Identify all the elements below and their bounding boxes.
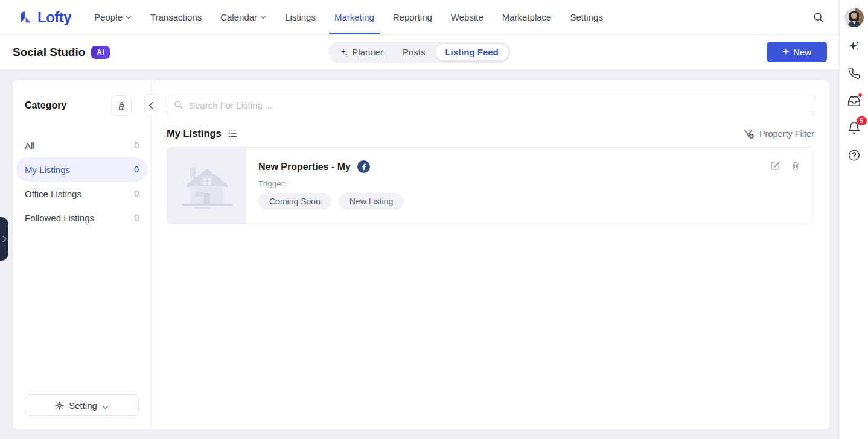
chevron-left-icon xyxy=(148,102,153,109)
lofty-logo-text: Lofty xyxy=(37,9,71,26)
notifications-bell-icon[interactable]: 5 xyxy=(847,121,861,134)
tag-new-listing: New Listing xyxy=(339,193,404,210)
list-view-icon[interactable] xyxy=(228,129,237,139)
category-count: 0 xyxy=(134,189,139,198)
broom-icon xyxy=(116,101,127,111)
lofty-logo-icon xyxy=(18,10,33,25)
inbox-icon[interactable] xyxy=(847,95,861,108)
ai-assistant-sparkles-icon[interactable] xyxy=(847,40,861,53)
section-title: My Listings xyxy=(167,128,222,139)
nav-item-marketing[interactable]: Marketing xyxy=(334,0,374,34)
sparkle-icon xyxy=(340,48,348,57)
category-count: 0 xyxy=(134,141,139,150)
category-sidebar: Category All 0 xyxy=(13,80,152,429)
avatar[interactable] xyxy=(844,8,864,27)
tag-coming-soon: Coming Soon xyxy=(258,193,331,210)
trigger-tags: Coming Soon New Listing xyxy=(258,193,404,210)
category-count: 0 xyxy=(134,165,139,174)
edit-button[interactable] xyxy=(770,160,780,171)
page-title: Social Studio xyxy=(13,46,85,59)
nav-item-transactions[interactable]: Transactions xyxy=(150,0,202,34)
category-item-followed-listings[interactable]: Followed Listings 0 xyxy=(16,206,147,230)
top-navigation-bar: Lofty People Transactions Calendar Listi… xyxy=(0,0,839,35)
new-button[interactable]: + New xyxy=(767,42,827,62)
page-header: Social Studio AI Planner Posts Listing F… xyxy=(0,35,839,69)
category-count: 0 xyxy=(134,213,139,223)
search-icon xyxy=(173,99,183,110)
nav-item-listings[interactable]: Listings xyxy=(285,0,316,34)
property-filter-button[interactable]: Property Filter xyxy=(743,128,814,139)
trigger-label: Trigger: xyxy=(258,179,404,188)
nav-item-marketplace[interactable]: Marketplace xyxy=(502,0,552,34)
search-listing-input[interactable] xyxy=(167,95,814,115)
category-item-office-listings[interactable]: Office Listings 0 xyxy=(16,182,147,206)
category-list: All 0 My Listings 0 Office Listings 0 Fo… xyxy=(16,133,147,230)
plus-icon: + xyxy=(782,46,789,57)
search-icon[interactable] xyxy=(812,11,825,24)
chevron-down-icon xyxy=(126,15,132,19)
delete-button[interactable] xyxy=(791,160,800,171)
tab-posts[interactable]: Posts xyxy=(393,43,435,61)
tab-planner[interactable]: Planner xyxy=(330,43,393,61)
listing-title: New Properties - My xyxy=(258,162,351,172)
clear-filter-button[interactable] xyxy=(111,95,132,116)
lofty-logo[interactable]: Lofty xyxy=(18,9,71,26)
setting-button[interactable]: Setting xyxy=(25,394,139,416)
view-tabs: Planner Posts Listing Feed xyxy=(328,42,511,63)
listing-thumbnail-house-icon xyxy=(167,148,246,224)
left-drawer-handle[interactable] xyxy=(0,217,8,261)
category-item-my-listings[interactable]: My Listings 0 xyxy=(16,157,147,182)
chevron-down-icon xyxy=(260,15,266,19)
inbox-unread-dot xyxy=(858,93,863,98)
listing-feed-card: New Properties - My Trigger: Coming Soon… xyxy=(167,147,814,224)
right-utility-rail: 5 xyxy=(839,0,868,439)
nav-item-website[interactable]: Website xyxy=(451,0,483,34)
nav-item-reporting[interactable]: Reporting xyxy=(393,0,432,34)
chevron-right-icon xyxy=(2,236,7,242)
nav-item-settings[interactable]: Settings xyxy=(570,0,602,34)
tab-listing-feed[interactable]: Listing Feed xyxy=(435,43,508,61)
phone-icon[interactable] xyxy=(847,67,860,80)
facebook-icon xyxy=(357,160,370,173)
listing-feed-main: My Listings Property Filter xyxy=(152,80,829,429)
filter-add-icon xyxy=(743,128,755,139)
nav-item-people[interactable]: People xyxy=(94,0,132,34)
help-icon[interactable] xyxy=(847,149,860,162)
ai-badge: AI xyxy=(91,46,110,59)
chevron-down-icon xyxy=(102,401,109,409)
main-nav: People Transactions Calendar Listings Ma… xyxy=(94,0,603,34)
category-item-all[interactable]: All 0 xyxy=(16,133,147,157)
listing-feed-panel: Category All 0 xyxy=(13,80,829,429)
collapse-sidebar-button[interactable] xyxy=(144,94,158,116)
category-title: Category xyxy=(25,100,66,111)
notification-count-badge: 5 xyxy=(857,116,867,125)
gear-icon xyxy=(55,401,64,410)
nav-item-calendar[interactable]: Calendar xyxy=(220,0,266,34)
